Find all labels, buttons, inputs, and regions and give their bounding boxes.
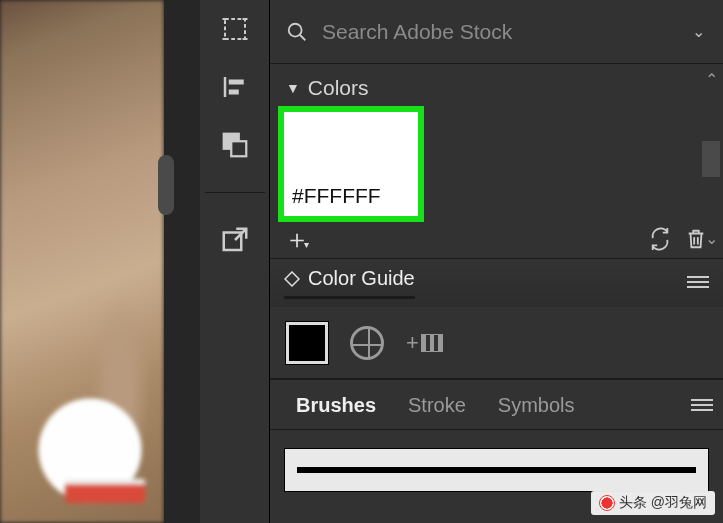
disclosure-triangle-icon: ▼ xyxy=(286,80,300,96)
svg-line-12 xyxy=(300,34,306,40)
base-color-swatch[interactable] xyxy=(286,322,328,364)
panel-dock-strip xyxy=(200,0,270,523)
stock-search-input[interactable] xyxy=(322,20,707,44)
sync-icon[interactable] xyxy=(649,228,671,250)
stock-search-row: ⌄ xyxy=(270,0,723,64)
svg-rect-9 xyxy=(231,141,246,156)
app-root: ⌄ ▼ Colors #FFFFFF ⌃ ⌄ ＋ ▾ xyxy=(0,0,723,523)
color-guide-header[interactable]: Color Guide xyxy=(270,259,723,307)
colors-scrollbar-thumb[interactable] xyxy=(702,141,720,177)
search-icon xyxy=(286,21,308,43)
toolstrip-separator xyxy=(205,192,265,193)
tab-brushes[interactable]: Brushes xyxy=(280,382,392,429)
canvas-scrollbar-gutter xyxy=(164,0,200,523)
watermark-logo-icon xyxy=(599,495,615,511)
colors-panel-actions: ＋ ▾ xyxy=(270,222,723,250)
scroll-down-chevron-icon[interactable]: ⌄ xyxy=(705,229,718,248)
swatch-color-preview xyxy=(284,112,418,180)
svg-rect-5 xyxy=(223,77,226,97)
scroll-up-chevron-icon[interactable]: ⌃ xyxy=(705,70,718,89)
harmony-icon xyxy=(284,271,300,287)
svg-point-11 xyxy=(289,23,302,36)
color-wheel-icon[interactable] xyxy=(350,326,384,360)
vertical-scrollbar-thumb[interactable] xyxy=(158,155,174,215)
plus-icon: + xyxy=(406,330,419,356)
panel-menu-icon[interactable] xyxy=(687,276,709,290)
right-panels: ⌄ ▼ Colors #FFFFFF ⌃ ⌄ ＋ ▾ xyxy=(270,0,723,523)
add-harmony-button[interactable]: + xyxy=(406,330,443,356)
export-panel-icon[interactable] xyxy=(220,225,250,255)
harmony-bars-icon xyxy=(421,334,443,352)
search-dropdown-chevron-icon[interactable]: ⌄ xyxy=(692,22,705,41)
svg-rect-7 xyxy=(228,90,238,95)
color-guide-body: + xyxy=(270,307,723,379)
watermark: 头条 @羽兔网 xyxy=(591,491,715,515)
color-swatch-list: #FFFFFF xyxy=(270,106,723,222)
colors-panel-scroll: ⌃ ⌄ xyxy=(699,64,723,258)
color-guide-title: Color Guide xyxy=(308,267,415,290)
tab-stroke[interactable]: Stroke xyxy=(392,382,482,429)
artboard-tool-icon[interactable] xyxy=(220,14,250,44)
pathfinder-panel-icon[interactable] xyxy=(220,130,250,160)
align-panel-icon[interactable] xyxy=(220,72,250,102)
selected-color-swatch[interactable]: #FFFFFF xyxy=(278,106,424,222)
brush-list-item[interactable] xyxy=(284,448,709,492)
colors-panel-header[interactable]: ▼ Colors xyxy=(270,64,723,106)
colors-panel-title: Colors xyxy=(308,76,369,100)
brush-panel-tabs: Brushes Stroke Symbols xyxy=(270,380,723,430)
svg-rect-6 xyxy=(228,80,243,85)
color-guide-panel: Color Guide + xyxy=(270,259,723,380)
colors-panel: ▼ Colors #FFFFFF ⌃ ⌄ ＋ ▾ xyxy=(270,64,723,259)
watermark-text: 头条 @羽兔网 xyxy=(619,494,707,512)
canvas-preview xyxy=(0,0,164,523)
tab-symbols[interactable]: Symbols xyxy=(482,382,591,429)
swatch-hex-label: #FFFFFF xyxy=(284,180,418,216)
svg-marker-15 xyxy=(285,272,299,286)
brush-panel-menu-icon[interactable] xyxy=(691,399,713,413)
add-color-submenu-icon[interactable]: ▾ xyxy=(304,239,309,250)
svg-rect-0 xyxy=(225,19,245,39)
